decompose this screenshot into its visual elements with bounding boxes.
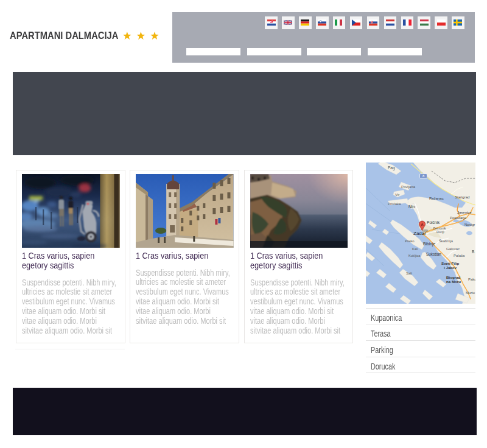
svg-text:Privlaka: Privlaka	[388, 202, 401, 206]
svg-text:Galovac: Galovac	[446, 247, 460, 251]
svg-text:Pako: Pako	[468, 278, 475, 281]
svg-text:A: A	[421, 223, 424, 226]
svg-text:Murte: Murte	[466, 291, 475, 295]
svg-text:Nin: Nin	[408, 205, 415, 209]
svg-text:Sukošan: Sukošan	[426, 252, 441, 256]
svg-text:Biograd: Biograd	[446, 275, 461, 279]
svg-text:Kali: Kali	[412, 247, 418, 251]
svg-text:Starigrad: Starigrad	[455, 195, 469, 199]
svg-text:Sveti Filip: Sveti Filip	[441, 261, 459, 265]
svg-text:Sali: Sali	[406, 271, 412, 275]
svg-text:Ražanac: Ražanac	[429, 197, 444, 200]
svg-text:Vir: Vir	[395, 193, 399, 197]
svg-text:Donji: Donji	[436, 230, 444, 234]
svg-text:i Jakov: i Jakov	[444, 265, 457, 270]
svg-text:Povljana: Povljana	[401, 185, 416, 189]
svg-text:B: B	[472, 250, 474, 254]
svg-text:Kukljica: Kukljica	[408, 254, 421, 257]
svg-text:Polčnik: Polčnik	[427, 220, 440, 225]
svg-text:Posedarje: Posedarje	[450, 216, 467, 220]
svg-text:Bibinje: Bibinje	[423, 242, 436, 247]
svg-text:Palača: Palača	[454, 254, 465, 257]
svg-text:8: 8	[422, 174, 424, 178]
svg-text:na Moru: na Moru	[446, 279, 461, 284]
svg-text:Škabrnja: Škabrnja	[439, 239, 454, 243]
svg-text:Jasenice: Jasenice	[457, 211, 472, 214]
svg-text:Pag: Pag	[388, 166, 395, 170]
svg-text:Novigr: Novigr	[464, 223, 475, 226]
svg-text:Preko: Preko	[405, 239, 415, 243]
